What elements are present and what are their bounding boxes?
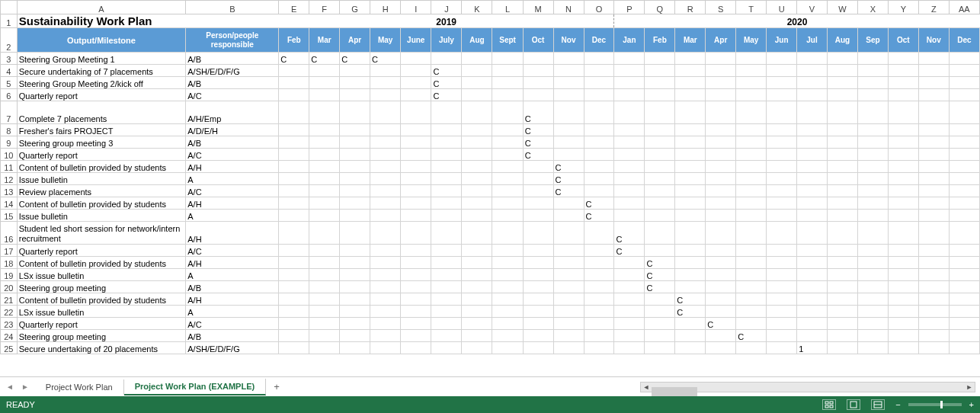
cell[interactable] — [614, 293, 645, 306]
cell[interactable] — [767, 124, 797, 136]
cell[interactable] — [584, 161, 614, 173]
cell[interactable] — [370, 136, 401, 149]
cell[interactable] — [797, 257, 828, 269]
column-header[interactable]: J — [431, 1, 462, 14]
cell[interactable] — [279, 222, 309, 245]
cell[interactable] — [584, 173, 614, 185]
cell[interactable] — [736, 318, 767, 330]
cell[interactable] — [462, 306, 492, 318]
cell[interactable] — [645, 136, 675, 149]
cell[interactable] — [706, 65, 736, 77]
cell[interactable] — [340, 173, 370, 185]
scrollbar-thumb[interactable] — [652, 387, 697, 396]
cell[interactable] — [918, 149, 949, 161]
cell[interactable] — [797, 124, 828, 136]
cell-output[interactable]: Steering Group Meeting 1 — [17, 53, 186, 65]
cell[interactable] — [584, 53, 614, 65]
month-header[interactable]: Apr — [340, 28, 370, 53]
cell[interactable] — [523, 281, 553, 293]
column-header[interactable]: AA — [949, 1, 979, 14]
cell[interactable] — [401, 269, 431, 281]
cell[interactable] — [431, 136, 462, 149]
month-header[interactable]: Dec — [949, 28, 979, 53]
cell-output[interactable]: Content of bulletin provided by students — [17, 161, 186, 173]
cell[interactable] — [492, 149, 523, 161]
cell[interactable] — [888, 173, 918, 185]
cell[interactable] — [340, 124, 370, 136]
cell[interactable] — [340, 197, 370, 210]
cell[interactable] — [523, 293, 553, 306]
cell[interactable] — [584, 245, 614, 257]
cell[interactable] — [675, 65, 706, 77]
cell[interactable] — [553, 136, 584, 149]
cell[interactable] — [675, 257, 706, 269]
cell[interactable] — [279, 269, 309, 281]
cell-output[interactable]: Secure undertaking of 7 placements — [17, 65, 186, 77]
cell[interactable] — [553, 197, 584, 210]
cell[interactable] — [492, 257, 523, 269]
cell[interactable] — [797, 330, 828, 342]
cell[interactable] — [523, 53, 553, 65]
cell[interactable]: C — [370, 53, 401, 65]
cell[interactable] — [918, 65, 949, 77]
cell[interactable] — [309, 149, 340, 161]
cell[interactable] — [584, 149, 614, 161]
cell[interactable] — [584, 281, 614, 293]
cell[interactable] — [340, 222, 370, 245]
cell[interactable] — [309, 173, 340, 185]
cell[interactable] — [279, 173, 309, 185]
cell[interactable] — [553, 245, 584, 257]
cell[interactable]: C — [431, 89, 462, 101]
cell[interactable] — [431, 293, 462, 306]
month-header[interactable]: Mar — [309, 28, 340, 53]
cell[interactable] — [340, 281, 370, 293]
cell[interactable] — [492, 245, 523, 257]
row-header[interactable]: 12 — [1, 173, 18, 185]
cell[interactable] — [492, 185, 523, 197]
cell[interactable] — [918, 245, 949, 257]
cell[interactable] — [857, 197, 888, 210]
cell[interactable] — [736, 124, 767, 136]
cell[interactable] — [706, 149, 736, 161]
cell[interactable] — [706, 89, 736, 101]
cell[interactable] — [949, 197, 979, 210]
cell[interactable] — [767, 89, 797, 101]
cell[interactable] — [888, 161, 918, 173]
cell[interactable] — [675, 53, 706, 65]
cell[interactable] — [309, 210, 340, 222]
cell-person[interactable]: A/H — [186, 161, 279, 173]
cell[interactable] — [614, 53, 645, 65]
cell-person[interactable]: A/B — [186, 281, 279, 293]
row-header[interactable]: 14 — [1, 197, 18, 210]
row-header[interactable]: 24 — [1, 330, 18, 342]
cell-person[interactable]: A — [186, 210, 279, 222]
cell[interactable] — [827, 210, 857, 222]
cell[interactable] — [523, 173, 553, 185]
column-header[interactable]: T — [736, 1, 767, 14]
cell[interactable]: C — [523, 101, 553, 124]
cell[interactable] — [370, 306, 401, 318]
cell[interactable]: C — [584, 210, 614, 222]
cell[interactable] — [949, 65, 979, 77]
cell[interactable] — [401, 293, 431, 306]
cell[interactable] — [462, 77, 492, 89]
cell[interactable] — [614, 161, 645, 173]
cell[interactable]: C — [614, 222, 645, 245]
cell[interactable] — [309, 293, 340, 306]
cell[interactable] — [645, 306, 675, 318]
cell[interactable] — [736, 281, 767, 293]
cell[interactable] — [340, 185, 370, 197]
cell[interactable] — [706, 197, 736, 210]
cell[interactable] — [553, 281, 584, 293]
cell[interactable] — [706, 281, 736, 293]
cell-person[interactable]: A/H — [186, 197, 279, 210]
cell[interactable] — [645, 318, 675, 330]
cell[interactable] — [797, 293, 828, 306]
cell[interactable] — [767, 101, 797, 124]
cell[interactable] — [462, 89, 492, 101]
cell[interactable] — [827, 101, 857, 124]
cell-output[interactable]: Steering group meeting 3 — [17, 136, 186, 149]
cell[interactable] — [675, 245, 706, 257]
cell[interactable] — [309, 197, 340, 210]
cell-output[interactable]: Content of bulletin provided by students — [17, 293, 186, 306]
